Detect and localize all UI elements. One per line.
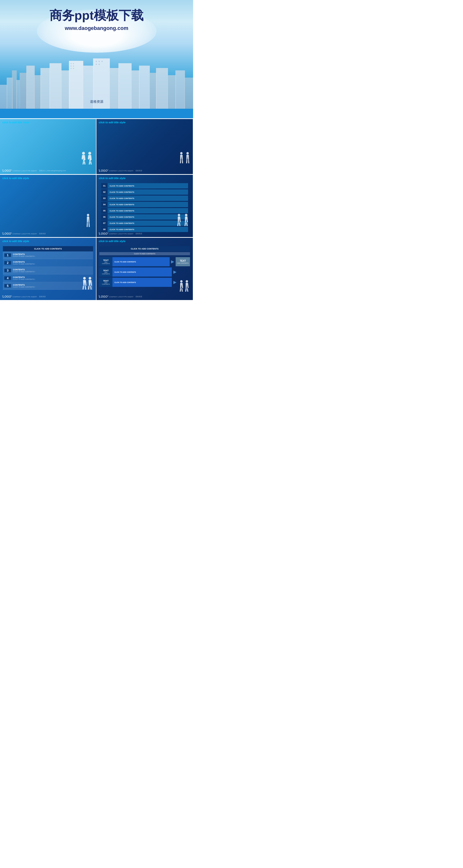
svg-rect-22: [71, 63, 71, 64]
logo-2: 'LOGO': [2, 169, 12, 173]
svg-rect-1: [7, 78, 13, 109]
list-item-1: 01 CLICK TO ADD CONTENTS: [101, 183, 188, 188]
svg-rect-26: [71, 68, 71, 69]
table-row-2: 2 CONTENTS CLICK TO ADD CONTENTS !: [3, 259, 93, 267]
slide-6: click to edit title style CLICK TO ADD C…: [0, 238, 96, 300]
text-row-2: TEXT ADD CONTENTS CLICK TO ADD CONTENTS …: [99, 268, 190, 277]
list-item-5: 05 CLICK TO ADD CONTENTS: [101, 208, 188, 213]
logo-bar-4: 'LOGO' COMPANY LOGOTYPE INSERT 道格资源: [0, 230, 96, 237]
svg-rect-4: [20, 73, 27, 109]
text-content-2: CLICK TO ADD CONTENTS: [112, 268, 172, 277]
num-badge-6: 06: [101, 214, 107, 220]
svg-rect-19: [167, 75, 176, 109]
svg-point-38: [178, 214, 180, 216]
logo-7: 'LOGO': [98, 295, 108, 298]
slide-2-title: click to edit title style: [0, 119, 96, 125]
logo-url-4: 道格资源: [39, 232, 46, 235]
logo-url-5: 道格资源: [135, 232, 142, 235]
row-num-5: 5: [4, 284, 11, 287]
list-item-2: 02 CLICK TO ADD CONTENTS: [101, 189, 188, 195]
svg-rect-21: [185, 78, 193, 109]
cover-title-chinese: 商务ppt模板下载: [49, 7, 143, 24]
num-badge-1: 01: [101, 183, 107, 188]
num-badge-2: 02: [101, 189, 107, 195]
num-badge-5: 05: [101, 208, 107, 213]
num-badge-7: 07: [101, 220, 107, 226]
cover-url: www.daogebangong.com: [65, 25, 129, 31]
logo-4: 'LOGO': [2, 232, 12, 236]
svg-rect-0: [0, 85, 7, 109]
svg-rect-15: [131, 70, 139, 109]
svg-rect-18: [156, 68, 168, 109]
svg-rect-6: [34, 75, 41, 109]
row-main-4: CONTENTS: [13, 276, 35, 278]
row-sub-5: CLICK TO ADD CONTENTS !: [13, 286, 35, 288]
row-num-4: 4: [4, 276, 11, 280]
slide-4: click to edit title style 'LOGO' COMPANY…: [0, 175, 96, 237]
silhouettes-5: [175, 213, 191, 230]
logo-bar-3: 'LOGO' COMPANY LOGOTYPE INSERT 道格资源: [96, 167, 193, 174]
logo-sub-7: COMPANY LOGOTYPE INSERT: [109, 296, 134, 298]
svg-rect-17: [149, 73, 157, 109]
row-sub-1: CLICK TO ADD CONTENTS !: [13, 255, 35, 257]
text-row-1: TEXT ADD CONTENTS CLICK TO ADD CONTENTS …: [99, 257, 190, 266]
text-label-2: TEXT ADD CONTENTS: [99, 268, 112, 277]
svg-point-34: [88, 152, 91, 155]
silhouettes-6: [81, 276, 94, 293]
svg-rect-5: [26, 66, 35, 109]
logo-6: 'LOGO': [2, 295, 12, 298]
cover-bottom-bar: [0, 109, 193, 118]
logo-sub-5: COMPANY LOGOTYPE INSERT: [109, 233, 134, 235]
text-content-3: CLICK TO ADD CONTENTS: [112, 278, 172, 287]
slide-5-title: click to edit title style: [96, 175, 193, 181]
svg-rect-24: [71, 66, 71, 67]
svg-rect-31: [96, 64, 97, 65]
svg-point-33: [82, 152, 85, 155]
svg-point-42: [180, 280, 183, 283]
svg-rect-28: [96, 61, 97, 62]
num-badge-4: 04: [101, 202, 107, 207]
logo-url-2: 道格办公 | www.daogebangong.com: [39, 169, 66, 172]
slide-6-title: click to edit title style: [0, 238, 96, 244]
silhouettes-7: [178, 280, 191, 293]
table-row-5: 5 CONTENTS CLICK TO ADD CONTENTS !: [3, 282, 93, 290]
text-result-1: TEXT ADD CONTENTS: [176, 257, 190, 266]
slide-row-1: click to edit title style 'LOGO' COMPANY…: [0, 119, 193, 174]
svg-rect-7: [40, 68, 50, 109]
svg-point-40: [83, 277, 86, 280]
svg-rect-20: [175, 70, 185, 109]
logo-bar-7: 'LOGO' COMPANY LOGOTYPE INSERT 道格资源: [96, 293, 193, 300]
svg-rect-2: [12, 70, 17, 109]
row-sub-2: CLICK TO ADD CONTENTS !: [13, 263, 35, 265]
svg-rect-13: [109, 68, 119, 109]
table-row-4: 4 CONTENTS CLICK TO ADD CONTENTS !: [3, 274, 93, 282]
slide-7-title: click to edit title style: [96, 238, 193, 244]
list-item-7: 07 CLICK TO ADD CONTENTS: [101, 220, 188, 226]
num-badge-3: 03: [101, 196, 107, 201]
row-num-3: 3: [4, 269, 11, 272]
arrow-1: ►: [170, 259, 176, 265]
row-sub-3: CLICK TO ADD CONTENTS !: [13, 271, 35, 273]
logo-sub-3: COMPANY LOGOTYPE INSERT: [109, 170, 134, 172]
svg-rect-29: [99, 61, 100, 62]
row-main-5: CONTENTS: [13, 284, 35, 286]
svg-rect-8: [49, 63, 62, 109]
text-label-1: TEXT ADD CONTENTS: [99, 257, 112, 266]
svg-point-41: [89, 277, 91, 280]
num-content-3: CLICK TO ADD CONTENTS: [107, 196, 188, 201]
num-content-4: CLICK TO ADD CONTENTS: [107, 202, 188, 207]
cover-slide: 商务ppt模板下载 www.daogebangong.com: [0, 0, 193, 109]
num-content-1: CLICK TO ADD CONTENTS: [107, 183, 188, 188]
silhouettes-4: [83, 213, 94, 230]
sub-header-box: CLICK TO ADD CONTENTS: [99, 252, 190, 255]
logo-sub-2: COMPANY LOGOTYPE INSERT: [12, 170, 37, 172]
text-label-3: TEXT ADD CONTENTS: [99, 278, 112, 287]
table-header: CLICK TO ADD CONTENTS: [3, 246, 93, 251]
svg-point-43: [186, 280, 188, 283]
slide-2: click to edit title style 'LOGO' COMPANY…: [0, 119, 96, 174]
logo-3: 'LOGO': [98, 169, 108, 173]
silhouettes-3: [178, 151, 191, 167]
list-item-4: 04 CLICK TO ADD CONTENTS: [101, 202, 188, 207]
text-row-3: TEXT ADD CONTENTS CLICK TO ADD CONTENTS …: [99, 278, 190, 287]
row-sub-4: CLICK TO ADD CONTENTS !: [13, 278, 35, 280]
